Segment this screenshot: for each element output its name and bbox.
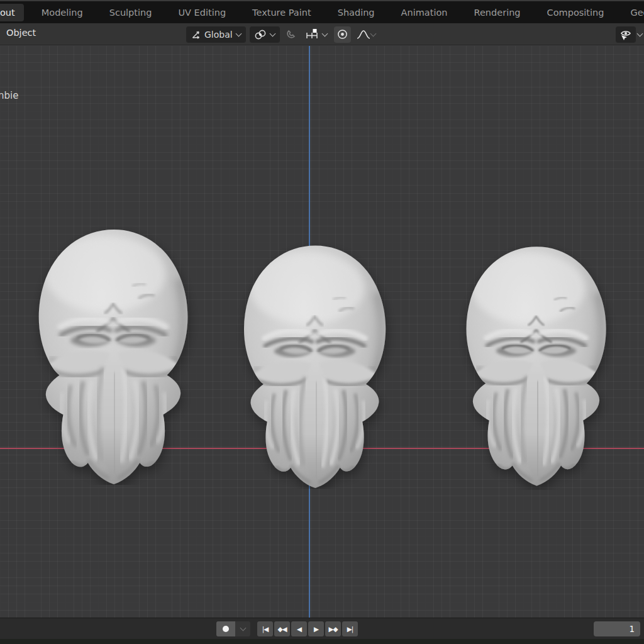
workspace-tab-compositing[interactable]: Compositing [538,4,613,21]
workspace-tab-shading[interactable]: Shading [329,4,384,21]
jump-to-end-button[interactable]: ▶| [342,621,358,636]
play-reverse-button[interactable]: ◀ [291,621,307,636]
workspace-tab-rendering[interactable]: Rendering [465,4,530,21]
sculpted-alien-head-left[interactable] [23,226,203,485]
workspace-tab-animation[interactable]: Animation [392,4,457,21]
workspace-tab-sculpting[interactable]: Sculpting [101,4,161,21]
viewport-header-tools: Global [186,26,378,43]
object-visibility-eye-icon [619,28,633,41]
blender-window: outModelingSculptingUV EditingTexture Pa… [0,0,644,644]
pivot-point-dropdown[interactable] [250,26,280,43]
playback-controls: |◀◆◀◀▶▶◆▶| [216,621,358,636]
chevron-down-icon [240,625,246,631]
transform-orientation-icon [191,29,201,40]
object-visibility-dropdown[interactable] [616,26,636,43]
current-frame-field[interactable]: 1 [594,621,640,636]
proportional-falloff-dropdown[interactable] [355,26,378,43]
falloff-curve-icon [357,29,370,40]
sculpted-alien-head-right[interactable] [452,240,620,490]
record-dot-icon [223,626,229,632]
timeline-bar: |◀◆◀◀▶▶◆▶| 1 [0,618,644,639]
workspace-tab-texture-paint[interactable]: Texture Paint [243,4,320,21]
proportional-editing-icon [337,29,348,40]
workspace-tab-modeling[interactable]: Modeling [33,4,92,21]
magnet-icon [286,29,297,40]
proportional-editing-toggle[interactable] [334,26,351,43]
workspace-tabs: outModelingSculptingUV EditingTexture Pa… [0,0,644,23]
object-menu[interactable]: Object [6,28,36,38]
snap-toggle-button[interactable] [284,26,299,43]
viewport-overlay-text: nbie [0,90,18,101]
viewport-3d[interactable]: nbie [0,46,644,618]
viewport-header: Object Global [0,23,644,45]
viewport-header-right-tools [616,26,643,43]
chevron-down-icon [370,30,376,36]
orientation-label: Global [204,30,233,40]
status-bar [0,639,644,644]
chevron-down-icon [637,30,643,36]
play-forward-button[interactable]: ▶ [308,621,324,636]
sculpted-alien-head-center[interactable] [226,242,403,489]
next-keyframe-button[interactable]: ▶◆ [325,621,341,636]
transform-orientation-dropdown[interactable]: Global [186,26,246,43]
workspace-tab-geometry-nodes[interactable]: Geometry Nodes [621,4,644,21]
playback-buttons: |◀◆◀◀▶▶◆▶| [257,621,358,636]
workspace-tab-uv-editing[interactable]: UV Editing [169,4,235,21]
auto-keying-options-dropdown[interactable] [235,621,250,636]
snap-increment-icon [305,28,319,40]
chevron-down-icon [235,30,242,36]
chevron-down-icon [269,30,275,36]
prev-keyframe-button[interactable]: ◆◀ [274,621,290,636]
chevron-down-icon [321,30,328,36]
snap-target-dropdown[interactable] [303,26,330,43]
workspace-tab-out[interactable]: out [0,4,24,21]
jump-to-start-button[interactable]: |◀ [257,621,273,636]
pivot-point-icon [254,29,267,40]
auto-keying-record-button[interactable] [216,621,235,636]
